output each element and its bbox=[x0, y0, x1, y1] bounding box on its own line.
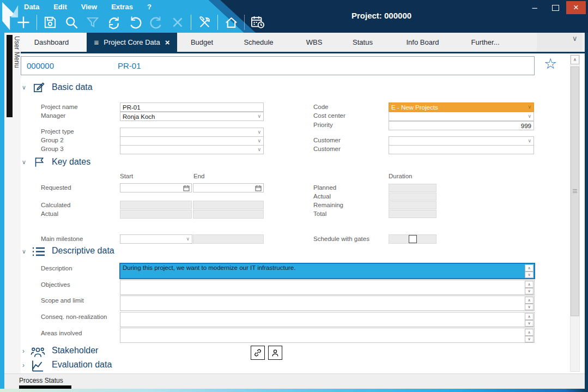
scroll-up-icon[interactable]: ∧ bbox=[525, 329, 534, 336]
code-select[interactable]: E - New Projects∨ bbox=[389, 102, 534, 112]
process-status-label[interactable]: Process Status bbox=[19, 377, 63, 384]
undo-icon[interactable] bbox=[127, 14, 143, 31]
tab-info-board[interactable]: Info Board bbox=[393, 33, 452, 52]
filter-icon bbox=[84, 14, 101, 31]
toolbar-separator bbox=[37, 15, 37, 30]
window-edge-right bbox=[585, 33, 588, 389]
field-label: Actual bbox=[313, 193, 331, 200]
refresh-icon[interactable] bbox=[106, 14, 122, 31]
description-text: During this project, we want to moderniz… bbox=[123, 264, 295, 271]
tab-close-icon[interactable]: × bbox=[165, 38, 170, 46]
scroll-down-icon[interactable]: ∨ bbox=[525, 320, 534, 327]
favorite-star-icon[interactable]: ☆ bbox=[544, 57, 557, 71]
maximize-button[interactable] bbox=[545, 1, 565, 14]
app-window: Data Edit View Extras ? bbox=[0, 0, 588, 392]
section-title-key-dates[interactable]: Key dates bbox=[52, 157, 90, 167]
collapse-chevron-icon[interactable]: ∨ bbox=[22, 159, 26, 166]
field-label: Conseq. non-realization bbox=[41, 313, 107, 320]
tab-overflow-chevron-icon[interactable]: ∨ bbox=[572, 34, 578, 43]
section-title-basic-data[interactable]: Basic data bbox=[52, 82, 93, 92]
search-icon[interactable] bbox=[63, 14, 80, 31]
scroll-up-icon[interactable]: ∧ bbox=[525, 264, 534, 272]
calculated-end-field bbox=[193, 201, 264, 209]
section-title-descriptive-data[interactable]: Descriptive data bbox=[52, 246, 114, 256]
scroll-up-icon[interactable]: ∧ bbox=[525, 313, 534, 320]
chevron-down-icon: ∨ bbox=[257, 138, 261, 143]
scroll-up-icon[interactable]: ∧ bbox=[525, 297, 534, 304]
menu-help[interactable]: ? bbox=[147, 3, 151, 11]
link-button[interactable] bbox=[251, 346, 265, 360]
collapse-chevron-icon[interactable]: ∨ bbox=[22, 84, 26, 91]
user-menu-indicator[interactable] bbox=[7, 35, 13, 117]
new-icon[interactable] bbox=[15, 14, 32, 31]
save-icon[interactable] bbox=[42, 14, 58, 31]
collapse-chevron-icon[interactable]: ∨ bbox=[22, 248, 26, 255]
user-menu-label[interactable]: User Menu bbox=[13, 36, 21, 68]
objectives-textarea[interactable]: ∧ ∨ bbox=[120, 280, 535, 295]
tab-dashboard[interactable]: Dashboard bbox=[15, 33, 88, 52]
field-label: Planned bbox=[313, 184, 336, 191]
tab-status[interactable]: Status bbox=[334, 33, 391, 52]
requested-start-date-input[interactable] bbox=[120, 183, 192, 192]
select-value: E - New Projects bbox=[391, 104, 438, 111]
project-type-select[interactable]: ∨ bbox=[120, 128, 264, 137]
tab-further[interactable]: Further... bbox=[457, 33, 514, 52]
description-textarea[interactable]: During this project, we want to moderniz… bbox=[120, 263, 535, 279]
actual-duration-field bbox=[389, 192, 437, 201]
toolbar-separator bbox=[217, 15, 218, 30]
group3-select[interactable]: ∨ bbox=[120, 145, 264, 154]
expand-chevron-icon[interactable]: › bbox=[22, 347, 25, 355]
group2-select[interactable]: ∨ bbox=[120, 136, 264, 146]
project-header-box[interactable]: 000000 PR-01 bbox=[21, 56, 535, 75]
tools-icon[interactable] bbox=[196, 14, 213, 31]
scroll-down-icon[interactable]: ∨ bbox=[525, 288, 534, 295]
scroll-down-icon[interactable]: ∨ bbox=[525, 272, 534, 279]
planned-duration-field bbox=[389, 184, 437, 192]
customer-input[interactable] bbox=[389, 145, 534, 154]
manager-select[interactable]: Ronja Koch∨ bbox=[120, 112, 264, 121]
close-button[interactable]: × bbox=[566, 1, 586, 14]
status-bar: Process Status bbox=[4, 373, 585, 389]
project-name-input[interactable] bbox=[120, 102, 264, 112]
title-bar: Data Edit View Extras ? bbox=[0, 0, 588, 33]
chevron-down-icon: ∨ bbox=[528, 114, 531, 119]
person-button[interactable] bbox=[268, 346, 282, 360]
field-label: Project type bbox=[41, 128, 74, 135]
scope-and-limit-textarea[interactable]: ∧ ∨ bbox=[120, 295, 535, 311]
tab-budget[interactable]: Budget bbox=[173, 33, 231, 52]
scrollbar-grip bbox=[573, 189, 577, 193]
evaluation-chart-icon bbox=[31, 360, 45, 372]
tab-menu-icon[interactable]: ≡ bbox=[94, 38, 99, 46]
scrollbar-up-icon[interactable]: ∧ bbox=[571, 55, 579, 64]
chevron-down-icon: ∨ bbox=[528, 105, 531, 110]
schedule-with-gates-checkbox[interactable] bbox=[409, 235, 417, 243]
menu-data[interactable]: Data bbox=[24, 3, 39, 11]
toolbar-separator bbox=[191, 15, 191, 30]
home-icon[interactable] bbox=[223, 14, 239, 31]
field-label: Actual bbox=[41, 210, 58, 217]
section-title-evaluation-data[interactable]: Evaluation data bbox=[52, 360, 112, 370]
priority-input[interactable] bbox=[389, 121, 534, 130]
scroll-up-icon[interactable]: ∧ bbox=[525, 281, 534, 288]
scrollbar-thumb[interactable] bbox=[571, 67, 579, 316]
menu-view[interactable]: View bbox=[81, 3, 97, 11]
vertical-scrollbar[interactable]: ∧ bbox=[570, 55, 580, 372]
minimize-button[interactable]: ─ bbox=[525, 1, 544, 14]
scroll-down-icon[interactable]: ∨ bbox=[525, 336, 534, 343]
menu-extras[interactable]: Extras bbox=[111, 3, 133, 11]
scroll-down-icon[interactable]: ∨ bbox=[525, 304, 534, 311]
cost-center-select[interactable]: ∨ bbox=[389, 112, 534, 121]
customer-select[interactable]: ∨ bbox=[389, 136, 534, 146]
menu-edit[interactable]: Edit bbox=[53, 3, 67, 11]
field-label: Areas involved bbox=[41, 330, 82, 336]
tab-project-core-data[interactable]: ≡ Project Core Data × bbox=[87, 33, 177, 52]
requested-end-date-input[interactable] bbox=[193, 183, 264, 192]
scroll-spinner: ∧ ∨ bbox=[525, 329, 534, 342]
areas-involved-textarea[interactable]: ∧ ∨ bbox=[120, 328, 535, 343]
planning-calendar-icon[interactable] bbox=[250, 14, 266, 31]
main-milestone-select[interactable]: ∨ bbox=[120, 234, 192, 244]
section-title-stakeholder[interactable]: Stakeholder bbox=[52, 346, 98, 355]
expand-chevron-icon[interactable]: › bbox=[22, 361, 25, 369]
conseq-non-realization-textarea[interactable]: ∧ ∨ bbox=[120, 312, 535, 327]
tab-schedule[interactable]: Schedule bbox=[230, 33, 287, 52]
